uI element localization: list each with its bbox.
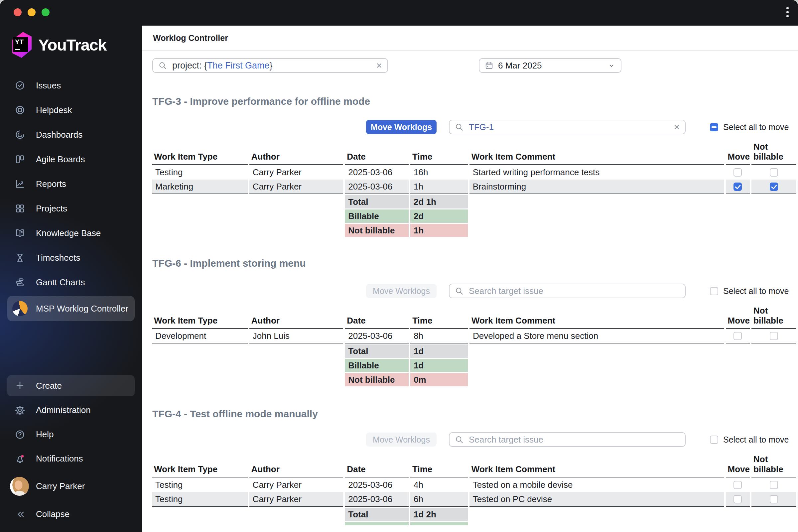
sidebar-item-reports[interactable]: Reports xyxy=(0,172,142,196)
zoom-button[interactable] xyxy=(41,8,50,16)
issue-title: TFG-3 - Improve performance for offline … xyxy=(152,95,798,108)
move-checkbox[interactable] xyxy=(734,332,742,340)
user-menu[interactable]: Carry Parker xyxy=(0,473,142,499)
work-item-type-cell: Development xyxy=(152,329,248,343)
summary-value: 1h xyxy=(410,223,468,237)
target-issue-placeholder: Search target issue xyxy=(469,286,543,296)
select-all-label: Select all to move xyxy=(723,122,789,132)
summary-label: Billable xyxy=(345,208,408,223)
timesheets-icon xyxy=(15,252,25,263)
table-header-row: Work Item TypeAuthorDateTimeWork Item Co… xyxy=(152,141,796,165)
select-all-checkbox[interactable] xyxy=(710,436,718,444)
issue-title: TFG-6 - Implement storing menu xyxy=(152,258,798,269)
column-header: Date xyxy=(345,141,408,165)
summary-value: 2d xyxy=(410,208,468,223)
sidebar-item-knowledge-base[interactable]: Knowledge Base xyxy=(0,221,142,245)
move-cell xyxy=(726,329,750,343)
move-checkbox[interactable] xyxy=(734,481,742,489)
select-all-control[interactable]: Select all to move xyxy=(710,286,789,296)
column-header: Work Item Comment xyxy=(470,306,724,329)
move-worklogs-button[interactable]: Move Worklogs xyxy=(366,433,437,446)
date-cell: 2025-03-06 xyxy=(345,329,408,343)
move-worklogs-button[interactable]: Move Worklogs xyxy=(366,284,437,298)
target-issue-input[interactable]: TFG-1× xyxy=(449,120,686,134)
sidebar-item-projects[interactable]: Projects xyxy=(0,196,142,221)
reports-icon xyxy=(15,178,25,189)
summary-row: Billable xyxy=(152,521,796,525)
column-header: Work Item Comment xyxy=(470,141,724,165)
not-billable-checkbox[interactable] xyxy=(770,481,778,489)
not-billable-checkbox[interactable] xyxy=(770,495,778,504)
sidebar-item-administration[interactable]: Administration xyxy=(0,398,142,422)
not-billable-checkbox[interactable] xyxy=(770,332,778,340)
column-header: Not billable xyxy=(752,454,796,477)
minimize-button[interactable] xyxy=(27,8,36,16)
summary-row: Total1d xyxy=(152,343,796,358)
target-issue-input[interactable]: Search target issue xyxy=(449,284,686,298)
move-worklogs-button[interactable]: Move Worklogs xyxy=(366,120,437,134)
msp-worklog-icon xyxy=(12,301,27,316)
search-icon xyxy=(455,123,463,131)
worklog-table: Work Item TypeAuthorDateTimeWork Item Co… xyxy=(150,454,798,525)
sidebar-item-msp-worklog-controller[interactable]: MSP Worklog Controller xyxy=(7,296,135,321)
author-cell: John Luis xyxy=(249,329,343,343)
summary-value: 1d 2h xyxy=(410,507,468,521)
work-item-type-cell: Testing xyxy=(152,165,248,179)
sidebar-item-agile-boards[interactable]: Agile Boards xyxy=(0,147,142,172)
target-issue-input[interactable]: Search target issue xyxy=(449,432,686,447)
move-checkbox[interactable] xyxy=(734,495,742,504)
sidebar-item-notifications[interactable]: Notifications xyxy=(0,446,142,471)
sidebar-item-gantt-charts[interactable]: Gantt Charts xyxy=(0,270,142,294)
youtrack-logo[interactable]: YT YouTrack xyxy=(12,32,107,58)
not-billable-checkbox[interactable] xyxy=(770,168,778,176)
sidebar-item-issues[interactable]: Issues xyxy=(0,73,142,98)
summary-row: Billable2d xyxy=(152,208,796,223)
kebab-menu-icon[interactable] xyxy=(786,7,789,17)
select-all-control[interactable]: Select all to move xyxy=(710,122,789,132)
project-search-input[interactable]: project: {The First Game} × xyxy=(152,58,388,73)
move-checkbox[interactable] xyxy=(734,168,742,176)
close-button[interactable] xyxy=(14,8,22,16)
traffic-lights xyxy=(14,8,50,16)
sidebar-item-helpdesk[interactable]: Helpdesk xyxy=(0,98,142,122)
clear-icon[interactable]: × xyxy=(673,122,680,132)
summary-value: 1d xyxy=(410,358,468,372)
column-header: Not billable xyxy=(752,306,796,329)
summary-row: Billable1d xyxy=(152,358,796,372)
select-all-checkbox[interactable] xyxy=(710,123,718,131)
date-dropdown[interactable]: 6 Mar 2025 xyxy=(479,58,622,73)
bell-icon xyxy=(15,454,25,464)
helpdesk-icon xyxy=(15,105,25,115)
author-cell: Carry Parker xyxy=(249,477,343,492)
summary-label: Not billable xyxy=(345,372,408,386)
worklog-controls: Move WorklogsTFG-1×Select all to move xyxy=(152,120,798,134)
avatar xyxy=(10,477,29,496)
move-checkbox[interactable] xyxy=(734,183,742,191)
issue-section: TFG-3 - Improve performance for offline … xyxy=(142,95,798,237)
select-all-checkbox[interactable] xyxy=(710,287,718,295)
column-header: Time xyxy=(410,454,468,477)
target-issue-value: TFG-1 xyxy=(469,122,494,132)
worklog-table: Work Item TypeAuthorDateTimeWork Item Co… xyxy=(150,306,798,386)
sidebar-item-help[interactable]: Help xyxy=(0,422,142,446)
move-cell xyxy=(726,477,750,492)
create-button[interactable]: Create xyxy=(7,375,135,396)
clear-icon[interactable]: × xyxy=(376,60,382,71)
sections: TFG-3 - Improve performance for offline … xyxy=(142,95,798,525)
sidebar-item-timesheets[interactable]: Timesheets xyxy=(0,245,142,270)
select-all-control[interactable]: Select all to move xyxy=(710,435,789,444)
date-cell: 2025-03-06 xyxy=(345,165,408,179)
calendar-icon xyxy=(485,61,493,70)
help-icon xyxy=(15,429,25,440)
collapse-button[interactable]: Collapse xyxy=(0,502,142,526)
summary-label: Not billable xyxy=(345,223,408,237)
move-cell xyxy=(726,179,750,194)
sidebar-item-dashboards[interactable]: Dashboards xyxy=(0,122,142,147)
issue-title: TFG-4 - Test offline mode manually xyxy=(152,408,798,420)
comment-cell: Developed a Store menu section xyxy=(470,329,724,343)
column-header: Work Item Type xyxy=(152,306,248,329)
column-header: Time xyxy=(410,141,468,165)
window-titlebar xyxy=(0,0,798,25)
not-billable-cell xyxy=(752,492,796,507)
not-billable-checkbox[interactable] xyxy=(770,183,778,191)
